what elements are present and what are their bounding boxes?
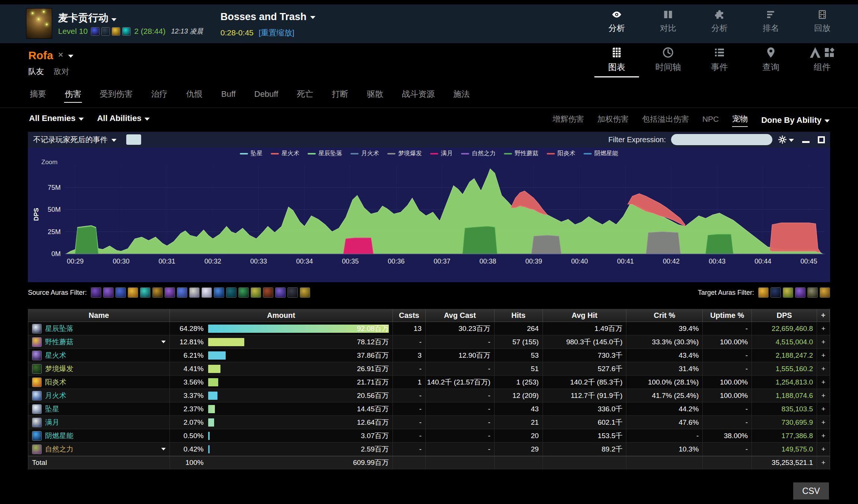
add-filter-icon[interactable]: + [817, 402, 830, 415]
friendlies-toggle[interactable]: 队友 [28, 66, 44, 77]
source-aura-icon[interactable] [115, 287, 126, 298]
filter-option-宠物[interactable]: 宠物 [732, 114, 748, 127]
view-pin[interactable]: 查询 [752, 46, 789, 77]
nav-replay[interactable]: 回放 [804, 9, 841, 34]
death-filter-toggle[interactable] [126, 134, 141, 145]
legend-item[interactable]: 坠星 [240, 150, 263, 157]
tab-仇恨[interactable]: 仇恨 [185, 83, 203, 105]
legend-item[interactable]: 阴燃星能 [584, 150, 618, 157]
add-filter-icon[interactable]: + [817, 362, 830, 375]
spell-name-link[interactable]: 阳炎术 [45, 377, 66, 387]
add-filter-icon[interactable]: + [817, 443, 830, 456]
column-header[interactable]: DPS [752, 309, 817, 322]
add-filter-icon[interactable]: + [817, 349, 830, 362]
tab-死亡[interactable]: 死亡 [296, 83, 314, 105]
column-header[interactable]: Uptime % [703, 309, 752, 322]
source-aura-icon[interactable] [103, 287, 114, 298]
target-aura-icon[interactable] [783, 287, 793, 298]
tab-治疗[interactable]: 治疗 [150, 83, 168, 105]
view-clock[interactable]: 时间轴 [649, 46, 687, 77]
tab-Debuff[interactable]: Debuff [254, 84, 279, 104]
chevron-down-icon[interactable] [68, 55, 73, 58]
legend-item[interactable]: 梦境爆发 [387, 150, 422, 157]
nav-compare[interactable]: 对比 [649, 9, 687, 34]
done-by-dropdown[interactable]: Done By Ability [761, 115, 830, 125]
filter-option-增辉伤害[interactable]: 增辉伤害 [553, 114, 584, 127]
tab-战斗资源[interactable]: 战斗资源 [401, 83, 435, 105]
legend-item[interactable]: 月火术 [350, 150, 379, 157]
filter-dropdown[interactable]: All Enemies [29, 114, 84, 123]
spell-name-link[interactable]: 星火术 [45, 351, 66, 360]
add-filter-icon[interactable]: + [817, 322, 830, 335]
death-events-filter[interactable]: 不记录玩家死后的事件 [33, 135, 117, 145]
add-filter-icon[interactable]: + [817, 376, 830, 389]
tab-打断[interactable]: 打断 [331, 83, 349, 105]
source-aura-icon[interactable] [214, 287, 224, 298]
source-aura-icon[interactable] [251, 287, 261, 298]
nav-eye[interactable]: 分析 [598, 9, 635, 34]
source-aura-icon[interactable] [177, 287, 187, 298]
source-aura-icon[interactable] [152, 287, 163, 298]
target-aura-icon[interactable] [770, 287, 781, 298]
column-header[interactable]: Name [28, 309, 170, 322]
add-filter-icon[interactable]: + [817, 456, 830, 469]
spell-name-link[interactable]: 野性蘑菇 [45, 337, 73, 347]
column-header[interactable]: Crit % [626, 309, 703, 322]
expand-row-icon[interactable] [161, 341, 166, 343]
tab-Buff[interactable]: Buff [220, 84, 236, 104]
enemies-toggle[interactable]: 敌对 [54, 66, 69, 77]
tab-施法[interactable]: 施法 [452, 83, 470, 105]
column-header[interactable]: Amount [170, 309, 393, 322]
source-aura-icon[interactable] [300, 287, 310, 298]
pull-count[interactable]: 2 (28:44) [134, 27, 165, 36]
view-grid[interactable]: 图表 [598, 46, 635, 77]
participant-icon[interactable] [122, 27, 131, 36]
participant-icon[interactable] [91, 27, 99, 36]
source-aura-icon[interactable] [201, 287, 212, 298]
source-aura-icon[interactable] [287, 287, 298, 298]
nav-ranking[interactable]: 排名 [752, 9, 789, 34]
source-aura-icon[interactable] [91, 287, 101, 298]
reset-zoom-link[interactable]: [重置缩放] [259, 28, 295, 37]
spell-name-link[interactable]: 满月 [45, 418, 59, 427]
chart-settings[interactable] [778, 135, 794, 144]
column-header[interactable]: Hits [495, 309, 543, 322]
source-aura-icon[interactable] [238, 287, 249, 298]
add-filter-icon[interactable]: + [817, 429, 830, 442]
legend-item[interactable]: 自然之力 [461, 150, 496, 157]
legend-item[interactable]: 野性蘑菇 [504, 150, 538, 157]
spell-name-link[interactable]: 自然之力 [45, 444, 73, 454]
filter-dropdown[interactable]: All Abilities [97, 114, 150, 123]
filter-expression-input[interactable] [671, 134, 772, 145]
source-aura-icon[interactable] [275, 287, 286, 298]
csv-button[interactable]: CSV [793, 482, 829, 500]
column-header[interactable]: Casts [393, 309, 426, 322]
column-header[interactable]: Avg Hit [543, 309, 627, 322]
add-filter-icon[interactable]: + [817, 416, 830, 429]
view-components[interactable]: 组件 [804, 46, 841, 77]
source-aura-icon[interactable] [263, 287, 273, 298]
legend-item[interactable]: 星辰坠落 [308, 150, 342, 157]
tab-摘要[interactable]: 摘要 [29, 83, 47, 105]
target-aura-icon[interactable] [795, 287, 805, 298]
target-aura-icon[interactable] [758, 287, 769, 298]
source-aura-icon[interactable] [189, 287, 200, 298]
legend-item[interactable]: 满月 [430, 150, 453, 157]
chart-plot[interactable]: 0M25M50M75M00:2900:3000:3100:3200:3300:3… [28, 160, 830, 281]
spell-name-link[interactable]: 坠星 [45, 404, 59, 414]
selected-player-name[interactable]: Rofa [28, 49, 53, 62]
legend-item[interactable]: 阳炎术 [547, 150, 575, 157]
nav-puzzle[interactable]: 分析 [701, 9, 738, 34]
fight-selector[interactable]: Bosses and Trash [220, 11, 315, 23]
tab-受到伤害[interactable]: 受到伤害 [99, 83, 133, 105]
source-aura-icon[interactable] [165, 287, 175, 298]
add-filter-icon[interactable]: + [817, 335, 830, 348]
expand-row-icon[interactable] [161, 448, 166, 450]
maximize-icon[interactable] [818, 136, 825, 143]
column-header[interactable]: + [817, 309, 830, 322]
spell-name-link[interactable]: 梦境爆发 [45, 364, 73, 374]
dps-chart[interactable]: 坠星星火术星辰坠落月火术梦境爆发满月自然之力野性蘑菇阳炎术阴燃星能 Zoom D… [28, 147, 830, 282]
zone-title[interactable]: 麦卡贡行动 [58, 11, 117, 25]
close-icon[interactable] [57, 51, 64, 60]
zone-thumbnail[interactable] [26, 8, 52, 39]
